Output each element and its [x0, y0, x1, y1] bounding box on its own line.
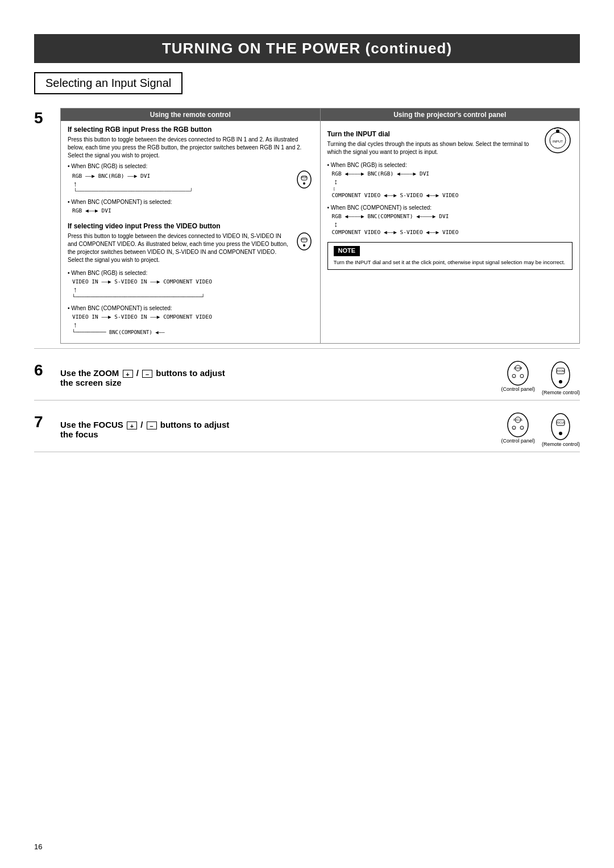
svg-point-4	[297, 233, 311, 250]
video-body: Press this button to toggle between the …	[68, 232, 292, 264]
step-6-control-panel-label: (Control panel)	[501, 386, 535, 392]
video-bnc-rgb-diagram: VIDEO IN ——▶ S-VIDEO IN ——▶ COMPONENT VI…	[72, 278, 313, 302]
page-number: 16	[34, 842, 42, 851]
right-col-header: Using the projector's control panel	[321, 108, 580, 121]
rgb-component-diagram: RGB ◀——▶ DVI	[72, 207, 313, 215]
video-bnc-rgb-label: • When BNC (RGB) is selected:	[68, 270, 313, 276]
svg-text:VIDEO: VIDEO	[300, 238, 307, 241]
right-bnc-rgb-diagram: RGB ◀————▶ BNC(RGB) ◀————▶ DVI ↕ ↕ COMPO…	[332, 170, 573, 200]
focus-plus-icon: +	[127, 422, 137, 429]
svg-point-10	[556, 130, 559, 133]
svg-point-12	[508, 361, 528, 385]
step-7-remote-icon: FOCUS (Remote control)	[542, 412, 580, 447]
step-6-main-text: Use the ZOOM + / – buttons to adjust	[60, 368, 492, 378]
rgb-bnc-diagram: RGB ——▶ BNC(RGB) ——▶ DVI ↑ └────────────…	[72, 172, 193, 194]
step-7-main-text: Use the FOCUS + / – buttons to adjust	[60, 420, 492, 429]
right-bnc-comp-label: • When BNC (COMPONENT) is selected:	[327, 205, 573, 211]
step-6-remote-icon: ZOOM (Remote control)	[542, 360, 580, 395]
svg-text:FOCUS: FOCUS	[513, 419, 522, 422]
step-5-row: 5 Using the remote control If selecting …	[34, 103, 580, 349]
step-6-remote-label: (Remote control)	[542, 390, 580, 395]
zoom-plus-icon: +	[123, 370, 133, 378]
focus-remote-svg: FOCUS	[547, 412, 574, 441]
step-7-icon-pair: FOCUS + – (Control panel) FOCUS	[501, 412, 580, 447]
section-title: Selecting an Input Signal	[34, 72, 182, 94]
step-7-row: 7 Use the FOCUS + / – buttons to adjust …	[34, 407, 580, 452]
svg-point-6	[303, 244, 305, 247]
step-6-control-panel-icon: ZOOM + – (Control panel)	[501, 360, 535, 395]
video-bnc-comp-diagram: VIDEO IN ——▶ S-VIDEO IN ——▶ COMPONENT VI…	[72, 313, 313, 337]
main-title: TURNING ON THE POWER (continued)	[34, 34, 580, 63]
svg-point-33	[559, 432, 562, 435]
rgb-remote-icon: RGB	[295, 170, 313, 189]
video-subheading: If selecting video input Press the VIDEO…	[68, 222, 313, 230]
step-5-number: 5	[34, 109, 55, 127]
right-bnc-rgb-label: • When BNC (RGB) is selected:	[327, 162, 573, 168]
svg-text:INPUT: INPUT	[553, 140, 563, 143]
step-7-line2: the focus	[60, 429, 492, 439]
step-7-number: 7	[34, 413, 55, 431]
zoom-remote-svg: ZOOM	[547, 360, 574, 390]
rgb-component-label: • When BNC (COMPONENT) is selected:	[68, 199, 313, 205]
svg-point-2	[303, 182, 305, 185]
rgb-subheading: If selecting RGB input Press the RGB but…	[68, 126, 313, 133]
note-body: Turn the INPUT dial and set it at the cl…	[334, 258, 567, 266]
focus-control-panel-svg: FOCUS + –	[505, 412, 531, 438]
svg-text:ZOOM: ZOOM	[557, 369, 565, 373]
left-col-header: Using the remote control	[61, 108, 320, 121]
page: TURNING ON THE POWER (continued) Selecti…	[0, 0, 614, 868]
note-title: NOTE	[334, 246, 360, 256]
step-6-number: 6	[34, 361, 55, 379]
svg-point-22	[559, 380, 562, 383]
step-7-remote-label: (Remote control)	[542, 441, 580, 447]
note-box: NOTE Turn the INPUT dial and set it at t…	[327, 242, 573, 270]
right-turn-heading: Turn the INPUT dial	[327, 130, 539, 138]
video-bnc-comp-label: • When BNC (COMPONENT) is selected:	[68, 305, 313, 311]
right-body: Turning the dial cycles through the inpu…	[327, 140, 539, 156]
zoom-minus-icon: –	[142, 370, 152, 378]
step-7-text: Use the FOCUS + / – buttons to adjust th…	[60, 420, 492, 439]
svg-point-30	[551, 414, 570, 440]
focus-minus-icon: –	[147, 422, 157, 429]
step-6-row: 6 Use the ZOOM + / – buttons to adjust t…	[34, 356, 580, 400]
col-right: Using the projector's control panel Turn…	[321, 108, 580, 343]
step-7-control-panel-label: (Control panel)	[501, 438, 535, 444]
step-7-content: Use the FOCUS + / – buttons to adjust th…	[60, 412, 580, 447]
input-dial-icon: INPUT	[543, 126, 572, 155]
step-6-icon-pair: ZOOM + – (Control panel) ZOOM	[501, 360, 580, 395]
rgb-body: Press this button to toggle between the …	[68, 136, 313, 160]
step-6-line2: the screen size	[60, 378, 492, 387]
svg-point-19	[551, 362, 570, 388]
step-6-content: Use the ZOOM + / – buttons to adjust the…	[60, 360, 580, 395]
svg-text:FOCUS: FOCUS	[557, 422, 566, 424]
video-remote-icon: VIDEO	[295, 232, 313, 251]
step-6-text: Use the ZOOM + / – buttons to adjust the…	[60, 368, 492, 387]
svg-text:RGB: RGB	[301, 176, 308, 179]
svg-point-0	[297, 171, 311, 188]
svg-point-23	[508, 413, 528, 437]
zoom-control-panel-svg: ZOOM + –	[505, 360, 531, 386]
step-7-control-panel-icon: FOCUS + – (Control panel)	[501, 412, 535, 447]
rgb-bnc-label: • When BNC (RGB) is selected:	[68, 163, 313, 169]
right-bnc-comp-diagram: RGB ◀————▶ BNC(COMPONENT) ◀————▶ DVI ↕ C…	[332, 212, 573, 237]
col-left: Using the remote control If selecting RG…	[61, 108, 321, 343]
svg-text:ZOOM: ZOOM	[514, 366, 522, 370]
step-5-columns: Using the remote control If selecting RG…	[60, 108, 580, 344]
